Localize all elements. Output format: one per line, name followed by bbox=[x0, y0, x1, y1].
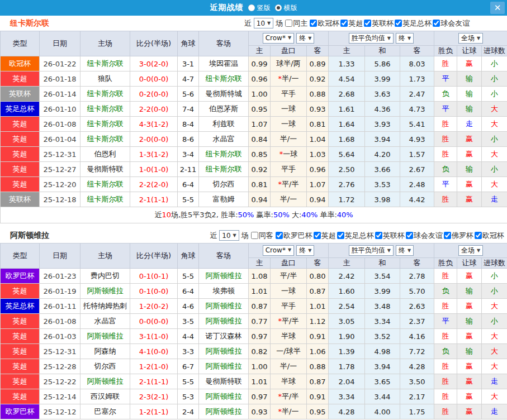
odds-time-select[interactable]: 终▼ bbox=[296, 245, 314, 256]
score: 2-0(0-0) bbox=[130, 132, 178, 147]
league-filter[interactable]: 欧冠杯 bbox=[310, 18, 339, 28]
away-team: 阿斯顿维拉 bbox=[199, 389, 249, 404]
odds-home: 1.08 bbox=[249, 269, 271, 284]
league-filters: 欧冠杯英超英联杯英足总杯球会友谊 bbox=[310, 18, 470, 28]
league-filter-checkbox[interactable] bbox=[444, 232, 451, 239]
handicap: 半球 bbox=[271, 374, 307, 389]
radio-selected-icon[interactable] bbox=[275, 4, 282, 11]
odds-company-select[interactable]: Crow*▼ bbox=[263, 33, 294, 44]
result-wdl: 胜 bbox=[434, 147, 457, 162]
league-filter[interactable]: 英足总杯 bbox=[395, 18, 432, 28]
match-row: 英超25-12-28切尔西1-2(1-0)6-7阿斯顿维拉1.00半/一0.88… bbox=[1, 359, 507, 374]
match-date: 25-12-31 bbox=[40, 344, 80, 359]
close-icon[interactable]: ✕ bbox=[490, 2, 505, 14]
league-filter-checkbox[interactable] bbox=[395, 20, 402, 27]
same-venue-input[interactable] bbox=[285, 20, 292, 27]
corners: 6-4 bbox=[178, 177, 199, 192]
chevron-down-icon: ▼ bbox=[477, 36, 480, 41]
avg-home: 5.64 bbox=[329, 147, 365, 162]
same-venue-input[interactable] bbox=[251, 232, 258, 239]
league-filter-checkbox[interactable] bbox=[406, 232, 413, 239]
league-filter-checkbox[interactable] bbox=[310, 20, 317, 27]
league-badge: 英足总杯 bbox=[1, 299, 40, 314]
odds-home: 0.92 bbox=[249, 162, 271, 177]
chevron-down-icon: ▼ bbox=[477, 249, 480, 253]
league-filter[interactable]: 英联杯 bbox=[364, 18, 394, 28]
league-filter[interactable]: 英超 bbox=[314, 231, 336, 241]
corners: 3-5 bbox=[178, 314, 199, 329]
score: 1-2(1-1) bbox=[130, 404, 178, 419]
avg-home: 4.28 bbox=[329, 404, 365, 419]
avg-type-select[interactable]: 胜平负均值▼ bbox=[349, 33, 394, 44]
result-goals: 走 bbox=[482, 404, 507, 419]
select-value: 10 bbox=[257, 20, 265, 27]
avg-away: 2.63 bbox=[400, 299, 434, 314]
league-filter-checkbox[interactable] bbox=[364, 20, 371, 27]
league-filter-checkbox[interactable] bbox=[314, 232, 321, 239]
league-filter[interactable]: 英足总杯 bbox=[337, 231, 374, 241]
avg-draw: 4.98 bbox=[365, 344, 400, 359]
col-corner-header: 角球 bbox=[178, 31, 199, 56]
matches-count-select[interactable]: 10▼ bbox=[219, 230, 239, 241]
league-filter[interactable]: 佛罗杯 bbox=[444, 231, 473, 241]
league-filter[interactable]: 欧冠杯 bbox=[475, 231, 504, 241]
league-filter-checkbox[interactable] bbox=[340, 20, 348, 27]
avg-type-select[interactable]: 胜平负均值▼ bbox=[349, 245, 394, 256]
avg-home: 1.39 bbox=[329, 344, 365, 359]
scope-controls: 全场▼ bbox=[434, 31, 507, 46]
league-filter-checkbox[interactable] bbox=[276, 232, 283, 239]
league-filter-label: 英联杯 bbox=[383, 231, 405, 241]
avg-draw: 4.00 bbox=[365, 404, 400, 419]
result-wdl: 负 bbox=[434, 344, 457, 359]
scope-select[interactable]: 全场▼ bbox=[458, 33, 483, 44]
league-filter[interactable]: 球会友谊 bbox=[433, 18, 470, 28]
match-date: 25-12-14 bbox=[40, 389, 80, 404]
same-venue-checkbox[interactable]: 同主 bbox=[285, 18, 307, 28]
match-date: 26-01-18 bbox=[40, 71, 80, 87]
league-filter-checkbox[interactable] bbox=[475, 232, 482, 239]
handicap: *平/半 bbox=[271, 177, 307, 192]
same-venue-checkbox[interactable]: 同客 bbox=[251, 231, 273, 241]
odds-company-select[interactable]: Crow*▼ bbox=[263, 245, 294, 256]
league-filter[interactable]: 球会友谊 bbox=[406, 231, 443, 241]
matches-count-select[interactable]: 10▼ bbox=[254, 18, 273, 28]
avg-away: 4.42 bbox=[400, 192, 434, 207]
match-row: 英超25-12-20纽卡斯尔联2-2(2-0)6-4切尔西0.81*平/半1.0… bbox=[1, 177, 507, 192]
league-filter-checkbox[interactable] bbox=[337, 232, 344, 239]
league-filter[interactable]: 欧罗巴杯 bbox=[276, 231, 312, 241]
league-filter-label: 球会友谊 bbox=[414, 231, 443, 241]
odds-away: 1.04 bbox=[307, 132, 329, 147]
match-row: 英超25-12-27曼彻斯特联1-0(1-0)2-11纽卡斯尔联0.92平手0.… bbox=[1, 162, 507, 177]
odds-away: 0.80 bbox=[307, 269, 329, 284]
summary-part: 10 bbox=[162, 211, 171, 219]
league-filter[interactable]: 英联杯 bbox=[375, 231, 405, 241]
avg-time-select[interactable]: 终▼ bbox=[396, 245, 414, 256]
odds-home: 0.95 bbox=[249, 102, 271, 117]
away-team: 阿斯顿维拉 bbox=[199, 404, 249, 419]
handicap: 球半/两 bbox=[271, 56, 307, 71]
result-wdl: 胜 bbox=[434, 192, 457, 207]
avg-time-select[interactable]: 终▼ bbox=[396, 33, 414, 44]
league-filter-checkbox[interactable] bbox=[433, 20, 440, 27]
match-date: 26-01-11 bbox=[40, 299, 80, 314]
score: 1-2(1-0) bbox=[130, 359, 178, 374]
radio-icon[interactable] bbox=[248, 4, 255, 11]
odds-time-select[interactable]: 终▼ bbox=[296, 33, 314, 44]
scope-select[interactable]: 全场▼ bbox=[458, 245, 483, 256]
league-filter[interactable]: 英超 bbox=[340, 18, 363, 28]
match-row: 英足总杯26-01-11托特纳姆热刺1-2(0-2)4-6阿斯顿维拉0.87平手… bbox=[1, 299, 507, 314]
corners: 5-5 bbox=[178, 192, 199, 207]
layout-horizontal-radio[interactable]: 横版 bbox=[275, 3, 297, 13]
avg-draw: 3.53 bbox=[365, 177, 400, 192]
odds-home: 0.77 bbox=[249, 314, 271, 329]
sub-handicap-header: 盘口 bbox=[271, 258, 307, 269]
result-wdl: 平 bbox=[434, 71, 457, 87]
layout-vertical-radio[interactable]: 竖版 bbox=[248, 3, 271, 13]
avg-draw: 3.48 bbox=[365, 299, 400, 314]
avg-home: 1.33 bbox=[329, 56, 365, 71]
league-badge: 欧罗巴杯 bbox=[1, 404, 40, 419]
filter-near-label: 近 bbox=[210, 231, 217, 241]
league-filter-checkbox[interactable] bbox=[375, 232, 382, 239]
away-team: 切尔西 bbox=[199, 177, 249, 192]
handicap: 一球 bbox=[271, 284, 307, 299]
